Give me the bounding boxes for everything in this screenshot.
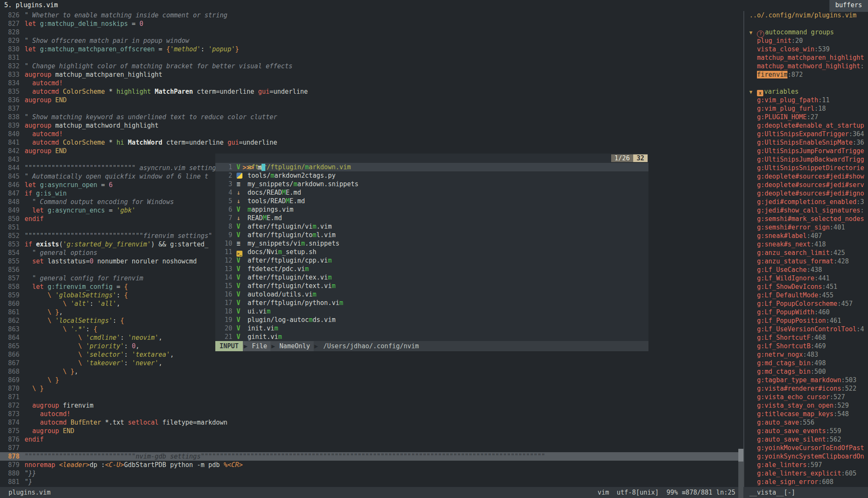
vista-item[interactable]: g:vim_plug_furl:18 <box>744 104 868 113</box>
vista-item[interactable]: g:tagbar_type_markdown:503 <box>744 376 868 384</box>
vista-item[interactable]: g:UltiSnipsJumpForwardTrigge <box>744 147 868 155</box>
collapse-triangle-icon[interactable]: ▼ <box>749 28 757 37</box>
vista-item[interactable]: g:md_ctags_bin:498 <box>744 359 868 367</box>
tab-buffers[interactable]: buffers <box>829 0 868 12</box>
code-line[interactable]: 834 autocmd! <box>0 79 743 87</box>
vista-item[interactable]: g:Lf_ShowDevIcons:451 <box>744 283 868 291</box>
file-result-row[interactable]: 18Vui.vim <box>215 307 648 316</box>
code-line[interactable]: 831 <box>0 53 743 62</box>
file-result-row[interactable]: 14Vafter/ftplugin/tex.vim <box>215 273 648 282</box>
vista-item[interactable]: g:titlecase_map_keys:548 <box>744 410 868 418</box>
vista-item[interactable]: g:ale_sign_error:608 <box>744 478 868 486</box>
vista-item[interactable]: g:md_ctags_bin:500 <box>744 367 868 376</box>
file-result-row[interactable]: 12Vafter/ftplugin/cpp.vim <box>215 256 648 265</box>
file-result-row[interactable]: 21Vginit.vim <box>215 333 648 341</box>
code-line[interactable]: 835 autocmd ColorScheme * highlight Matc… <box>0 87 743 96</box>
vista-item[interactable]: g:UltiSnipsExpandTrigger:364 <box>744 130 868 138</box>
code-line[interactable]: 832" Change highlight color of matching … <box>0 62 743 70</box>
file-result-row[interactable]: 19Vplugin/log-autocmds.vim <box>215 316 648 324</box>
vista-item[interactable]: plug_init:20 <box>744 36 868 45</box>
code-line[interactable]: 836augroup END <box>0 96 743 104</box>
code-line[interactable]: 874 autocmd BufEnter *.txt setlocal file… <box>0 418 743 427</box>
file-result-row[interactable]: 5↓tools/README.md <box>215 197 648 205</box>
code-line[interactable]: 827let g:matchup_delim_noskips = 0 <box>0 20 743 28</box>
code-line[interactable]: 840 autocmd! <box>0 130 743 138</box>
code-line[interactable]: 841 autocmd ColorScheme * hi MatchWord c… <box>0 138 743 147</box>
code-line[interactable]: 867 \ 'takeover': 'never', <box>0 359 743 367</box>
vista-item[interactable]: g:UltiSnipsEnableSnipMate:36 <box>744 138 868 147</box>
code-line[interactable]: 878"""""""""""""""""""""""""""""nvim-gdb… <box>0 452 743 461</box>
code-line[interactable]: 826" Whether to enable matching inside c… <box>0 11 743 20</box>
vista-sidebar[interactable]: ..o/.config/nvim/plugins.vim▼?autocomman… <box>744 11 868 487</box>
vista-item[interactable]: g:Lf_WildIgnore:441 <box>744 274 868 283</box>
code-line[interactable]: 829" Show offscreen match pair in popup … <box>0 36 743 45</box>
code-line[interactable]: 879nnoremap <leader>dp :<C-U>GdbStartPDB… <box>0 461 743 469</box>
file-result-row[interactable]: 6Vmappings.vim <box>215 205 648 214</box>
vista-item[interactable]: g:jedi#completions_enabled:3 <box>744 198 868 206</box>
file-result-row[interactable]: 4↓docs/README.md <box>215 188 648 197</box>
vista-item[interactable]: g:Lf_ShortcutB:469 <box>744 342 868 350</box>
vista-item[interactable]: g:semshi#mark_selected_nodes <box>744 215 868 223</box>
vista-item[interactable]: g:Lf_ShortcutF:468 <box>744 333 868 342</box>
vista-item[interactable]: g:Lf_PopupWidth:460 <box>744 308 868 316</box>
vista-item[interactable]: g:netrw_nogx:483 <box>744 350 868 359</box>
vista-item[interactable]: g:deoplete#sources#jedi#serv <box>744 181 868 189</box>
vista-item[interactable]: vista_close_win:539 <box>744 45 868 53</box>
code-line[interactable]: 868 \ }, <box>0 367 743 376</box>
vista-item[interactable]: g:UltiSnipsSnippetDirectorie <box>744 164 868 172</box>
file-result-row[interactable]: 20Vinit.vim <box>215 324 648 333</box>
vista-item[interactable]: g:auto_save_silent:562 <box>744 435 868 444</box>
file-result-row[interactable]: 7↓README.md <box>215 214 648 222</box>
file-result-row[interactable]: 13Vftdetect/pdc.vim <box>215 265 648 273</box>
vista-item[interactable]: g:Lf_PopupPosition:461 <box>744 316 868 325</box>
vista-item[interactable]: g:deoplete#sources#jedi#igno <box>744 189 868 198</box>
vista-item[interactable]: g:Lf_DefaultMode:455 <box>744 291 868 299</box>
vista-group-variables[interactable]: ▼xvariables <box>744 87 868 96</box>
vista-item[interactable]: g:Lf_UseCache:438 <box>744 266 868 274</box>
vista-item[interactable]: matchup_matchparen_highlight <box>744 53 868 62</box>
sidebar-scrollbar-thumb[interactable] <box>738 449 743 462</box>
vista-item[interactable]: g:ale_linters_explicit:605 <box>744 469 868 478</box>
file-result-row[interactable]: 2tools/markdown2ctags.py <box>215 171 648 180</box>
vista-item[interactable]: g:anzu_search_limit:425 <box>744 249 868 257</box>
tab-plugins-vim[interactable]: 5. plugins.vim <box>4 1 58 9</box>
vista-item[interactable]: g:sneak#s_next:418 <box>744 240 868 249</box>
sidebar-scrollbar-track[interactable] <box>738 462 743 498</box>
code-line[interactable]: 839augroup matchup_matchword_highlight <box>0 121 743 130</box>
code-line[interactable]: 838" Show matching keyword as underlined… <box>0 113 743 121</box>
vista-item[interactable]: g:auto_save_events:559 <box>744 427 868 435</box>
code-line[interactable]: 870 \ } <box>0 384 743 393</box>
code-line[interactable]: 869 \ } <box>0 376 743 384</box>
file-result-row[interactable]: 9Vafter/ftplugin/toml.vim <box>215 231 648 239</box>
code-line[interactable]: 830let g:matchup_matchparen_offscreen = … <box>0 45 743 53</box>
code-line[interactable]: 866 \ 'selector': 'textarea', <box>0 350 743 359</box>
vista-item[interactable]: g:PLUGIN_HOME:27 <box>744 113 868 121</box>
code-line[interactable]: 828 <box>0 28 743 36</box>
vista-item[interactable]: g:yoinkSyncSystemClipboardOn <box>744 452 868 461</box>
vista-item[interactable]: g:vista#renderer#icons:522 <box>744 384 868 393</box>
code-line[interactable]: 875 augroup END <box>0 427 743 435</box>
code-line[interactable]: 873 autocmd! <box>0 410 743 418</box>
vista-item[interactable]: firenvim:872 <box>744 70 868 79</box>
file-result-row[interactable]: 3≡my_snippets/markdown.snippets <box>215 180 648 188</box>
code-line[interactable]: 877 <box>0 444 743 452</box>
file-result-row[interactable]: 11>_docs/Nvim_setup.sh <box>215 248 648 256</box>
file-result-row[interactable]: 15Vafter/ftplugin/text.vim <box>215 282 648 290</box>
code-line[interactable]: 837 <box>0 104 743 113</box>
code-line[interactable]: 880"}} <box>0 469 743 478</box>
vista-item[interactable]: matchup_matchword_highlight: <box>744 62 868 70</box>
file-result-row[interactable]: 8Vafter/ftplugin/vim.vim <box>215 222 648 231</box>
file-result-row[interactable]: 10≡my_snippets/vim.snippets <box>215 239 648 248</box>
code-line[interactable]: 881"} <box>0 478 743 486</box>
code-line[interactable]: 833augroup matchup_matchparen_highlight <box>0 70 743 79</box>
vista-item[interactable]: g:deoplete#enable_at_startup <box>744 121 868 130</box>
collapse-triangle-icon[interactable]: ▼ <box>749 88 757 96</box>
vista-item[interactable]: g:deoplete#sources#jedi#show <box>744 172 868 181</box>
code-line[interactable]: 871 <box>0 393 743 401</box>
vista-item[interactable]: g:vim_plug_fpath:11 <box>744 96 868 104</box>
vista-item[interactable]: g:anzu_status_format:428 <box>744 257 868 266</box>
vista-item[interactable]: g:yoinkMoveCursorToEndOfPast <box>744 444 868 452</box>
vista-item[interactable]: g:auto_save:556 <box>744 418 868 427</box>
vista-item[interactable]: g:sneak#label:407 <box>744 232 868 240</box>
code-line[interactable]: 872 augroup firenvim <box>0 401 743 410</box>
